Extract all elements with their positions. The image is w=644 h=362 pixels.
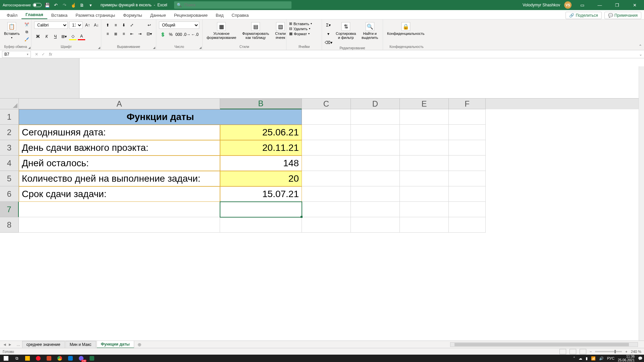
save-icon[interactable]: 💾 [44,2,50,8]
fx-icon[interactable]: fx [49,52,54,57]
bold-button[interactable]: Ж [34,33,42,40]
touch-mode-icon[interactable]: ☝ [70,2,76,8]
cancel-formula-icon[interactable]: ✕ [35,52,38,57]
sheet-nav-next-icon[interactable]: ► [8,342,12,347]
redo-icon[interactable]: ↷ [62,2,68,8]
decrease-indent-icon[interactable]: ⇤ [128,30,136,38]
search-input[interactable] [184,3,289,7]
row-header-8[interactable]: 8 [0,217,19,233]
enter-formula-icon[interactable]: ✓ [42,52,45,57]
col-header-C[interactable]: C [302,99,351,109]
tab-home[interactable]: Главная [21,10,47,19]
undo-icon[interactable]: ↶ [53,2,59,8]
comments-button[interactable]: 💬Примечания [604,12,641,19]
cell-D8[interactable] [351,217,400,233]
cell-E8[interactable] [400,217,449,233]
row-header-7[interactable]: 7 [0,202,19,217]
battery-icon[interactable]: ▮ [586,356,588,361]
cell-C1[interactable] [302,109,351,125]
cell-B5[interactable]: 20 [220,171,302,186]
cell-D5[interactable] [351,171,400,186]
collapse-ribbon-icon[interactable]: ⌃ [639,44,642,49]
row-header-5[interactable]: 5 [0,171,19,186]
zoom-level[interactable]: 240 % [631,350,641,354]
user-avatar[interactable]: VS [564,1,572,9]
cell-B3[interactable]: 20.11.21 [220,140,302,156]
page-layout-view-icon[interactable] [570,349,576,354]
expand-formula-icon[interactable]: ⌄ [637,52,644,57]
cell-D4[interactable] [351,156,400,171]
cell-C6[interactable] [302,186,351,202]
percent-icon[interactable]: % [167,31,174,38]
col-header-A[interactable]: A [19,99,220,109]
volume-icon[interactable]: 🔊 [599,356,604,361]
cell-B4[interactable]: 148 [220,156,302,171]
cell-E1[interactable] [400,109,449,125]
ribbon-display-icon[interactable]: ▭ [576,0,589,10]
cell-A5[interactable]: Количество дней на выполнение задачи: [19,171,220,186]
decrease-decimal-icon[interactable]: ←.0 [191,31,199,38]
dialog-launcher-icon[interactable]: ◢ [28,46,31,49]
row-header-3[interactable]: 3 [0,140,19,156]
tab-review[interactable]: Рецензирование [170,11,212,19]
cell-A2[interactable]: Сегодняшняя дата: [19,125,220,140]
powerpoint-icon[interactable] [44,355,54,362]
sheet-tab-2[interactable]: Функции даты [97,341,134,348]
cell-F1[interactable] [449,109,486,125]
spreadsheet-grid[interactable]: A B C D E F 1 2 3 4 5 6 7 8 Функции даты [0,99,644,233]
delete-cells-button[interactable]: ⊟Удалить▾ [289,26,312,31]
cell-D7[interactable] [351,202,400,217]
align-bottom-icon[interactable]: ⬇ [120,21,127,29]
increase-indent-icon[interactable]: ⇥ [136,30,144,38]
cell-A7[interactable] [19,202,220,217]
format-as-table-button[interactable]: ▤ Форматировать как таблицу [241,21,270,40]
onedrive-icon[interactable]: ☁ [579,356,582,361]
cell-B8[interactable] [220,217,302,233]
search-box[interactable]: 🔍 [174,1,291,9]
fill-icon[interactable]: ▾ [325,30,332,38]
sheet-nav-prev-icon[interactable]: ◄ [3,342,7,347]
file-explorer-icon[interactable] [23,355,32,362]
tab-data[interactable]: Данные [146,11,170,19]
align-left-icon[interactable]: ≡ [104,30,111,38]
align-top-icon[interactable]: ⬆ [104,21,111,29]
tab-view[interactable]: Вид [212,11,228,19]
cell-D3[interactable] [351,140,400,156]
currency-icon[interactable]: 💲 [159,31,166,38]
dialog-launcher-icon[interactable]: ◢ [98,46,100,49]
zoom-slider[interactable] [595,351,622,352]
cell-B7[interactable] [220,202,302,217]
find-select-button[interactable]: 🔍 Найти и выделить [360,21,380,40]
row-header-2[interactable]: 2 [0,125,19,140]
dialog-launcher-icon[interactable]: ◢ [153,46,155,49]
chrome-icon[interactable] [55,355,64,362]
sheet-tab-1[interactable]: Мин и Макс [65,341,96,348]
font-color-icon[interactable]: A [78,33,85,40]
cell-F7[interactable] [449,202,486,217]
cell-F4[interactable] [449,156,486,171]
confidentiality-button[interactable]: 🔒 Конфиденциальность [386,21,426,36]
normal-view-icon[interactable] [559,349,566,354]
taskbar-clock[interactable]: 11:36 25.06.2021 [618,355,635,362]
cell-C4[interactable] [302,156,351,171]
conditional-formatting-button[interactable]: ▦ Условное форматирование [205,21,237,40]
align-right-icon[interactable]: ≡ [120,30,127,38]
cut-icon[interactable]: ✂️ [23,21,31,27]
outlook-icon[interactable] [66,355,75,362]
sheet-overflow[interactable]: ... [15,342,22,347]
autosave-toggle[interactable]: Автосохранение [3,3,42,7]
page-break-view-icon[interactable] [580,349,586,354]
cell-D6[interactable] [351,186,400,202]
opera-icon[interactable] [34,355,43,362]
orientation-icon[interactable]: ⤢ [128,21,136,29]
wrap-text-icon[interactable]: ↩ [146,21,153,29]
cell-A4[interactable]: Дней осталось: [19,156,220,171]
cell-F8[interactable] [449,217,486,233]
row-header-6[interactable]: 6 [0,186,19,202]
close-icon[interactable]: ✕ [628,0,641,10]
cell-E4[interactable] [400,156,449,171]
cell-C7[interactable] [302,202,351,217]
font-size-select[interactable]: 11 [69,21,83,29]
row-header-1[interactable]: 1 [0,109,19,125]
tab-page-layout[interactable]: Разметка страницы [71,11,119,19]
